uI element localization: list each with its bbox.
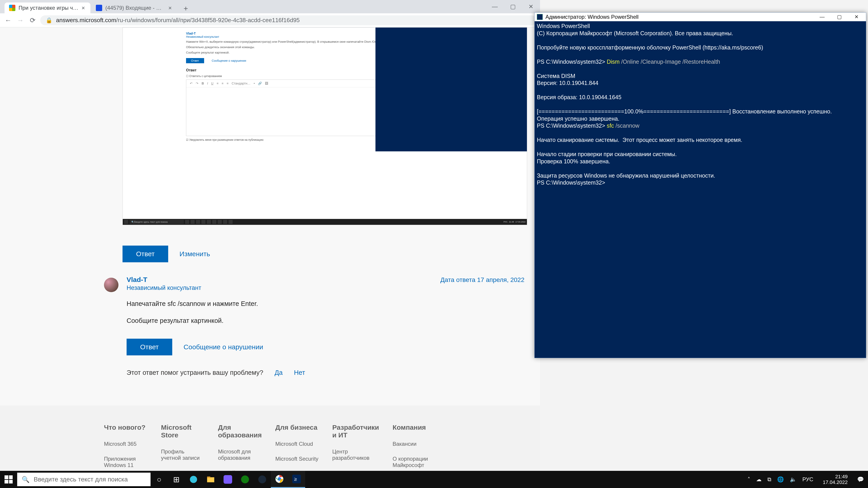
page-footer: Что нового?Microsoft 365Приложения Windo… bbox=[0, 405, 540, 478]
f-c4-l2[interactable]: Microsoft Security bbox=[275, 456, 319, 462]
chrome-window: При установке игры через Micr… × (44579)… bbox=[0, 0, 540, 478]
close-icon[interactable]: × bbox=[82, 4, 85, 11]
f-c1-l1[interactable]: Microsoft 365 bbox=[104, 441, 147, 447]
chrome-taskbar-icon[interactable] bbox=[271, 471, 288, 488]
tray-chevron-icon[interactable]: ˄ bbox=[747, 476, 750, 483]
powershell-window: Администратор: Windows PowerShell — ▢ ✕ … bbox=[534, 12, 866, 358]
answer-button[interactable]: Ответ bbox=[123, 246, 168, 262]
feedback-no[interactable]: Нет bbox=[294, 369, 305, 377]
steam-icon[interactable] bbox=[254, 471, 271, 488]
post-p1: Напечатайте sfc /scannow и нажмите Enter… bbox=[127, 299, 524, 308]
f-c1-h: Что нового? bbox=[104, 424, 147, 431]
f-c1-l2[interactable]: Приложения Windows 11 bbox=[104, 456, 147, 468]
clock-date: 17.04.2022 bbox=[823, 480, 848, 485]
reload-button[interactable]: ⟳ bbox=[28, 16, 37, 25]
post-author[interactable]: Vlad-T bbox=[127, 276, 147, 284]
forward-button[interactable]: → bbox=[16, 16, 25, 25]
powershell-icon bbox=[537, 14, 543, 20]
taskbar-clock[interactable]: 21:49 17.04.2022 bbox=[819, 474, 851, 485]
tab-1-title: При установке игры через Micr… bbox=[19, 5, 79, 11]
avatar bbox=[104, 278, 119, 292]
favicon-mail-icon bbox=[96, 5, 102, 11]
clock-time: 21:49 bbox=[823, 474, 848, 480]
ps-minimize-button[interactable]: — bbox=[815, 14, 829, 20]
f-c5-l1[interactable]: Центр разработчиков bbox=[332, 449, 379, 461]
cortana-icon[interactable]: ○ bbox=[151, 471, 168, 488]
post-p2: Сообщите результат картинкой. bbox=[127, 316, 524, 325]
answer-post: Vlad-T Дата ответа 17 апреля, 2022 Незав… bbox=[104, 276, 524, 377]
embedded-screenshot: Дата ответа 17 апреля, 2022 Vlad-T Незав… bbox=[123, 27, 527, 225]
post-role: Независимый консультант bbox=[127, 285, 524, 291]
ps-terminal[interactable]: Windows PowerShell (C) Корпорация Майкро… bbox=[535, 21, 866, 358]
mini-start-icon bbox=[124, 220, 128, 224]
under-buttons: Ответ Изменить bbox=[123, 246, 210, 262]
taskbar-icons: ○ ⊞ ≥ bbox=[151, 471, 305, 488]
mini-report-link[interactable]: Сообщение о нарушении bbox=[212, 59, 246, 62]
f-c3-l1[interactable]: Microsoft для образования bbox=[218, 449, 262, 461]
close-button[interactable]: ✕ bbox=[522, 0, 540, 13]
ps-maximize-button[interactable]: ▢ bbox=[832, 14, 846, 20]
post-report-link[interactable]: Сообщение о нарушении bbox=[184, 343, 263, 351]
ps-titlebar[interactable]: Администратор: Windows PowerShell — ▢ ✕ bbox=[535, 13, 866, 21]
address-bar[interactable]: 🔒 answers.microsoft.com/ru-ru/windows/fo… bbox=[40, 15, 536, 25]
search-icon: 🔍 bbox=[22, 476, 30, 483]
f-c6-l2[interactable]: О корпорации Майкрософт bbox=[393, 456, 436, 468]
ps-title-text: Администратор: Windows PowerShell bbox=[546, 14, 639, 20]
taskbar-search[interactable]: 🔍Введите здесь текст для поиска bbox=[17, 473, 151, 486]
post-date: Дата ответа 17 апреля, 2022 bbox=[440, 276, 524, 284]
feedback-yes[interactable]: Да bbox=[275, 369, 283, 377]
mini-search: 🔍 Введите здесь текст для поиска bbox=[129, 220, 184, 224]
f-c3-h: Для образования bbox=[218, 424, 262, 439]
minimize-button[interactable]: — bbox=[486, 0, 504, 13]
post-answer-button[interactable]: Ответ bbox=[127, 339, 172, 355]
search-placeholder: Введите здесь текст для поиска bbox=[34, 476, 128, 483]
f-c6-h: Компания bbox=[393, 424, 436, 431]
favicon-ms-icon bbox=[9, 5, 16, 11]
tab-2-title: (44579) Входящие - Почта Mail… bbox=[105, 5, 165, 11]
task-view-icon[interactable]: ⊞ bbox=[168, 471, 185, 488]
svg-rect-3 bbox=[223, 475, 232, 484]
tray-lang[interactable]: РУС bbox=[802, 476, 813, 483]
ps-close-button[interactable]: ✕ bbox=[849, 14, 864, 20]
tab-2[interactable]: (44579) Входящие - Почта Mail… × bbox=[91, 2, 177, 13]
explorer-icon[interactable] bbox=[202, 471, 219, 488]
feedback-row: Этот ответ помог устранить вашу проблему… bbox=[127, 369, 524, 377]
tray-volume-icon[interactable]: 🔈 bbox=[790, 476, 797, 483]
edge-icon[interactable] bbox=[185, 471, 202, 488]
f-c2-l1[interactable]: Профиль учетной записи bbox=[161, 449, 204, 461]
tab-1[interactable]: При установке игры через Micr… × bbox=[4, 2, 90, 13]
f-c2-h: Microsoft Store bbox=[161, 424, 204, 439]
powershell-taskbar-icon[interactable]: ≥ bbox=[288, 471, 305, 488]
notifications-icon[interactable]: 💬 bbox=[857, 476, 864, 483]
tray-onedrive-icon[interactable]: ☁ bbox=[756, 476, 762, 483]
svg-text:≥: ≥ bbox=[294, 476, 297, 482]
f-c4-h: Для бизнеса bbox=[275, 424, 319, 431]
mini-answer-button[interactable]: Ответ bbox=[186, 58, 204, 63]
url-text: answers.microsoft.com/ru-ru/windows/foru… bbox=[56, 17, 300, 24]
f-c6-l1[interactable]: Вакансии bbox=[393, 441, 436, 447]
page-viewport: Дата ответа 17 апреля, 2022 Vlad-T Незав… bbox=[0, 27, 540, 478]
svg-rect-2 bbox=[207, 477, 210, 478]
xbox-icon[interactable] bbox=[237, 471, 254, 488]
windows-logo-icon bbox=[4, 475, 13, 484]
back-button[interactable]: ← bbox=[4, 16, 13, 25]
maximize-button[interactable]: ▢ bbox=[504, 0, 522, 13]
close-icon[interactable]: × bbox=[168, 4, 172, 11]
mini-tray: РУС 21:48 17.04.2022 bbox=[503, 221, 526, 223]
system-tray: ˄ ☁ ⧉ 🌐 🔈 РУС 21:49 17.04.2022 💬 bbox=[743, 474, 868, 485]
f-c4-l1[interactable]: Microsoft Cloud bbox=[275, 441, 319, 447]
f-c5-h: Разработчики и ИТ bbox=[332, 424, 379, 439]
svg-rect-1 bbox=[207, 477, 214, 482]
lock-icon: 🔒 bbox=[46, 17, 53, 24]
windows-taskbar: 🔍Введите здесь текст для поиска ○ ⊞ ≥ ˄ … bbox=[0, 471, 868, 488]
edit-link[interactable]: Изменить bbox=[180, 250, 210, 258]
window-controls: — ▢ ✕ bbox=[486, 0, 540, 13]
tray-meet-icon[interactable]: ⧉ bbox=[767, 476, 771, 483]
app-purple-icon[interactable] bbox=[219, 471, 237, 488]
new-tab-button[interactable]: + bbox=[181, 3, 191, 13]
address-bar-row: ← → ⟳ 🔒 answers.microsoft.com/ru-ru/wind… bbox=[0, 13, 540, 27]
start-button[interactable] bbox=[0, 471, 17, 488]
mini-powershell bbox=[375, 28, 527, 151]
tray-network-icon[interactable]: 🌐 bbox=[777, 476, 784, 483]
feedback-question: Этот ответ помог устранить вашу проблему… bbox=[127, 369, 264, 377]
